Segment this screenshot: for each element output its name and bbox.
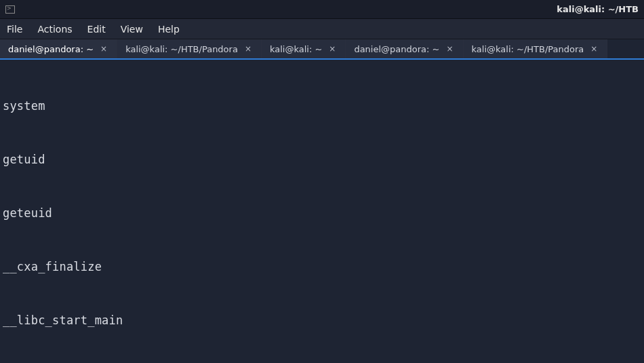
tab-label: kali@kali: ~/HTB/Pandora	[472, 44, 584, 54]
tab-label: kali@kali: ~/HTB/Pandora	[125, 44, 238, 54]
menu-file[interactable]: File	[7, 24, 22, 35]
tab-kali-htb-pandora-1[interactable]: kali@kali: ~/HTB/Pandora ×	[117, 39, 262, 58]
menu-actions[interactable]: Actions	[37, 24, 72, 35]
menu-help[interactable]: Help	[158, 24, 180, 35]
menubar: File Actions Edit View Help	[0, 19, 644, 39]
window-title: kali@kali: ~/HTB	[557, 4, 639, 14]
tab-daniel-pandora-1[interactable]: daniel@pandora: ~ ×	[0, 39, 117, 58]
titlebar-left	[5, 5, 20, 14]
close-icon[interactable]: ×	[589, 44, 599, 54]
window-titlebar: kali@kali: ~/HTB	[0, 0, 644, 19]
menu-view[interactable]: View	[121, 24, 143, 35]
terminal-line: geteuid	[3, 204, 641, 222]
close-icon[interactable]: ×	[99, 44, 108, 54]
tab-label: kali@kali: ~	[270, 44, 322, 54]
menu-edit[interactable]: Edit	[87, 24, 106, 35]
tab-label: daniel@pandora: ~	[354, 44, 439, 54]
terminal-output[interactable]: system getuid geteuid __cxa_finalize __l…	[0, 60, 644, 363]
tab-label: daniel@pandora: ~	[8, 44, 94, 54]
terminal-line: __libc_start_main	[3, 311, 641, 329]
terminal-icon	[5, 5, 15, 14]
terminal-line: __cxa_finalize	[3, 258, 641, 275]
terminal-line: getuid	[3, 151, 641, 168]
tab-kali-home[interactable]: kali@kali: ~ ×	[262, 39, 346, 58]
tab-kali-htb-pandora-2[interactable]: kali@kali: ~/HTB/Pandora ×	[464, 39, 608, 58]
terminal-line: system	[3, 97, 641, 115]
tab-daniel-pandora-2[interactable]: daniel@pandora: ~ ×	[346, 39, 463, 58]
tab-spacer	[607, 39, 644, 58]
tabbar: daniel@pandora: ~ × kali@kali: ~/HTB/Pan…	[0, 39, 644, 60]
close-icon[interactable]: ×	[445, 44, 454, 54]
close-icon[interactable]: ×	[243, 44, 253, 54]
close-icon[interactable]: ×	[327, 44, 337, 54]
